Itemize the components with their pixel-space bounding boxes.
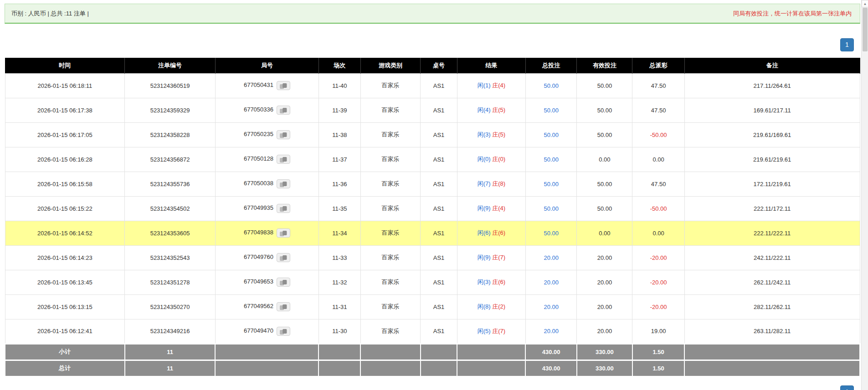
roadmap-icon-button[interactable] (277, 302, 290, 311)
cell-remark: 282.11/262.11 (684, 294, 860, 319)
cell-total-bet[interactable]: 50.00 (525, 196, 577, 221)
page-button-1-bottom[interactable]: 1 (840, 385, 854, 390)
cell-total-bet[interactable]: 50.00 (525, 122, 577, 147)
cell-total-bet[interactable]: 50.00 (525, 221, 577, 245)
result-banker: 庄(6) (492, 229, 505, 236)
subtotal-cell-1: 11 (125, 344, 216, 360)
grand-total-cell-10 (684, 360, 860, 376)
cell-bet-id: 523124354502 (125, 196, 216, 221)
page: 币别 : 人民币 | 总共 :11 注单 | 同局有效投注，统一计算在该局第一张… (5, 0, 860, 390)
cell-payout: 0.00 (632, 221, 684, 245)
cell-valid-bet: 50.00 (577, 172, 632, 196)
cell-time: 2026-01-15 06:15:58 (5, 172, 125, 196)
column-header-0: 时间 (5, 58, 125, 73)
scrollbar-thumb[interactable] (863, 8, 868, 51)
cell-payout: -50.00 (632, 122, 684, 147)
cell-remark: 172.11/219.61 (684, 172, 860, 196)
round-number: 677050336 (244, 106, 273, 113)
cell-total-bet[interactable]: 20.00 (525, 319, 577, 344)
roadmap-icon-button[interactable] (277, 106, 290, 115)
subtotal-row: 小计11430.00330.001.50 (5, 344, 860, 360)
roadmap-icon-button[interactable] (277, 278, 290, 287)
grand-total-cell-4 (360, 360, 420, 376)
cell-valid-bet: 20.00 (577, 245, 632, 270)
cell-total-bet[interactable]: 20.00 (525, 294, 577, 319)
result-player: 闲(7) (478, 180, 491, 187)
result-banker: 庄(4) (492, 205, 505, 212)
cell-time: 2026-01-15 06:12:41 (5, 319, 125, 344)
cell-time: 2026-01-15 06:15:22 (5, 196, 125, 221)
roadmap-cards-icon (279, 230, 288, 237)
table-body: 2026-01-15 06:18:11523124360519677050431… (5, 73, 860, 344)
cell-result: 闲(9) 庄(7) (457, 245, 525, 270)
roadmap-icon-button[interactable] (277, 204, 290, 213)
cell-table-no: AS1 (421, 172, 457, 196)
roadmap-icon-button[interactable] (277, 179, 290, 188)
roadmap-cards-icon (279, 132, 288, 138)
cell-bet-id: 523124350270 (125, 294, 216, 319)
cell-payout: 47.50 (632, 172, 684, 196)
cell-valid-bet: 0.00 (577, 221, 632, 245)
column-header-5: 桌号 (421, 58, 457, 73)
cell-table-no: AS1 (421, 245, 457, 270)
notice-text: 同局有效投注，统一计算在该局第一张注单内 (733, 10, 852, 18)
cell-total-bet[interactable]: 20.00 (525, 245, 577, 270)
cell-remark: 219.61/219.61 (684, 147, 860, 172)
cell-table-no: AS1 (421, 98, 457, 122)
grand-total-row: 总计11430.00330.001.50 (5, 360, 860, 376)
cell-session: 11-34 (318, 221, 360, 245)
pagination-bottom: 1 (5, 385, 860, 390)
table-row: 2026-01-15 06:13:15523124350270677049562… (5, 294, 860, 319)
cell-round: 677049562 (215, 294, 318, 319)
cell-time: 2026-01-15 06:17:05 (5, 122, 125, 147)
cell-valid-bet: 20.00 (577, 319, 632, 344)
column-header-7: 总投注 (525, 58, 577, 73)
roadmap-icon-button[interactable] (277, 253, 290, 262)
summary-bar: 币别 : 人民币 | 总共 :11 注单 | 同局有效投注，统一计算在该局第一张… (5, 4, 860, 24)
cell-game-type: 百家乐 (360, 319, 420, 344)
cell-session: 11-30 (318, 319, 360, 344)
cell-total-bet[interactable]: 50.00 (525, 98, 577, 122)
roadmap-icon-button[interactable] (277, 81, 290, 90)
column-header-1: 注单编号 (125, 58, 216, 73)
cell-result: 闲(5) 庄(7) (457, 319, 525, 344)
subtotal-cell-10 (684, 344, 860, 360)
cell-total-bet[interactable]: 20.00 (525, 270, 577, 294)
roadmap-cards-icon (279, 107, 288, 114)
cell-time: 2026-01-15 06:17:38 (5, 98, 125, 122)
cell-table-no: AS1 (421, 221, 457, 245)
cell-total-bet[interactable]: 50.00 (525, 73, 577, 98)
cell-session: 11-33 (318, 245, 360, 270)
cell-game-type: 百家乐 (360, 270, 420, 294)
cell-round: 677050128 (215, 147, 318, 172)
cell-valid-bet: 20.00 (577, 270, 632, 294)
cell-total-bet[interactable]: 50.00 (525, 172, 577, 196)
round-number: 677050038 (244, 180, 273, 187)
cell-remark: 242.11/222.11 (684, 245, 860, 270)
cell-time: 2026-01-15 06:14:23 (5, 245, 125, 270)
roadmap-cards-icon (279, 304, 288, 310)
cell-payout: 19.00 (632, 319, 684, 344)
cell-round: 677050038 (215, 172, 318, 196)
cell-game-type: 百家乐 (360, 196, 420, 221)
bet-records-table: 时间注单编号局号场次游戏类别桌号结果总投注有效投注总派彩备注 2026-01-1… (5, 58, 860, 377)
roadmap-icon-button[interactable] (277, 155, 290, 164)
roadmap-icon-button[interactable] (277, 130, 290, 139)
page-button-1[interactable]: 1 (840, 38, 854, 51)
subtotal-cell-4 (360, 344, 420, 360)
roadmap-icon-button[interactable] (277, 327, 290, 336)
result-player: 闲(8) (478, 303, 491, 310)
roadmap-icon-button[interactable] (277, 228, 290, 238)
currency-summary-text: 币别 : 人民币 | 总共 :11 注单 | (11, 10, 89, 18)
cell-result: 闲(0) 庄(0) (457, 147, 525, 172)
vertical-scrollbar[interactable]: ▲ (861, 0, 868, 390)
cell-game-type: 百家乐 (360, 98, 420, 122)
cell-total-bet[interactable]: 50.00 (525, 147, 577, 172)
cell-session: 11-37 (318, 147, 360, 172)
cell-result: 闲(8) 庄(2) (457, 294, 525, 319)
subtotal-cell-2 (215, 344, 318, 360)
cell-payout: -20.00 (632, 294, 684, 319)
scroll-up-arrow-icon[interactable]: ▲ (862, 0, 868, 7)
cell-result: 闲(9) 庄(4) (457, 196, 525, 221)
round-number: 677050235 (244, 131, 273, 137)
